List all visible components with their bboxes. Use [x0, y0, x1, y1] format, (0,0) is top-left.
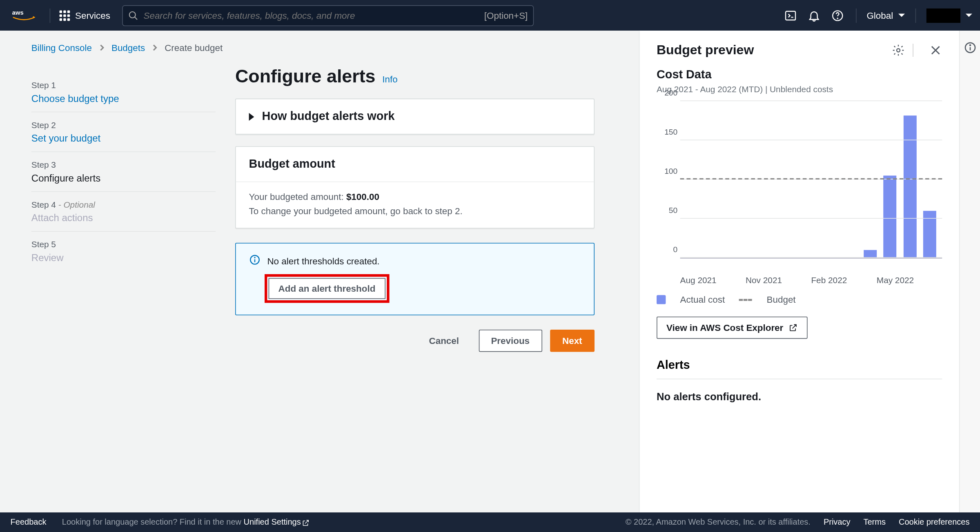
step-3: Step 3 Configure alerts: [31, 152, 216, 192]
chart-legend: Actual cost Budget: [657, 295, 942, 305]
step-4: Step 4 - Optional Attach actions: [31, 192, 216, 232]
step-label: Step 1: [31, 80, 216, 90]
triangle-right-icon: [249, 113, 254, 120]
steps-sidebar: Step 1 Choose budget type Step 2 Set you…: [0, 58, 235, 365]
no-alerts-msg: No alerts configured.: [657, 391, 942, 403]
top-nav: aws Services [Option+S] Global: [0, 0, 980, 31]
expander-toggle[interactable]: How budget alerts work: [236, 99, 594, 134]
caret-down-icon: [898, 14, 905, 17]
services-label: Services: [75, 10, 110, 21]
step-5: Step 5 Review: [31, 232, 216, 271]
cost-data-heading: Cost Data: [657, 68, 942, 82]
step-label: Step 2: [31, 120, 216, 130]
legend-dash-budget: [739, 299, 752, 301]
copyright: © 2022, Amazon Web Services, Inc. or its…: [626, 518, 811, 527]
budget-preview-panel: II Budget preview Cost Data Aug 2021 - A…: [639, 31, 959, 512]
expander-title: How budget alerts work: [262, 110, 395, 124]
card-heading: Budget amount: [236, 147, 594, 182]
search-hint: [Option+S]: [484, 10, 528, 21]
notifications-icon[interactable]: [806, 7, 822, 23]
cloudshell-icon[interactable]: [782, 7, 798, 23]
nav-divider: [915, 8, 916, 22]
search-box[interactable]: [Option+S]: [122, 5, 534, 26]
step-2[interactable]: Step 2 Set your budget: [31, 112, 216, 152]
add-alert-threshold-button[interactable]: Add an alert threshold: [269, 278, 385, 299]
info-link[interactable]: Info: [382, 74, 397, 84]
feedback-link[interactable]: Feedback: [11, 518, 47, 527]
breadcrumb: Billing Console Budgets Create budget: [0, 31, 639, 58]
step-1[interactable]: Step 1 Choose budget type: [31, 73, 216, 113]
cost-data-caption: Aug 2021 - Aug 2022 (MTD) | Unblended co…: [657, 84, 942, 94]
region-selector[interactable]: Global: [866, 10, 905, 21]
aws-logo[interactable]: aws: [12, 8, 37, 22]
legend-swatch-actual: [657, 295, 666, 304]
chevron-right-icon: [98, 42, 105, 53]
help-icon[interactable]: [829, 7, 845, 23]
step-label: Step 3: [31, 160, 216, 170]
cost-chart: 050100150200: [657, 102, 942, 272]
info-icon: [249, 254, 261, 268]
svg-point-1: [129, 11, 135, 18]
page-title: Configure alerts: [235, 66, 376, 87]
footer: Feedback Looking for language selection?…: [0, 512, 980, 532]
search-icon: [128, 10, 138, 21]
footer-lang-hint: Looking for language selection? Find it …: [62, 518, 310, 527]
svg-point-9: [897, 48, 900, 51]
services-menu[interactable]: Services: [57, 10, 113, 21]
chevron-right-icon: [151, 42, 158, 53]
svg-text:aws: aws: [12, 9, 24, 16]
legend-actual: Actual cost: [680, 295, 725, 305]
terms-link[interactable]: Terms: [864, 518, 886, 527]
alerts-heading: Alerts: [657, 358, 942, 379]
svg-point-5: [837, 18, 837, 18]
breadcrumb-current: Create budget: [165, 42, 223, 53]
svg-point-14: [969, 45, 970, 46]
gear-icon[interactable]: [892, 43, 905, 56]
svg-line-2: [134, 17, 137, 19]
account-menu[interactable]: [927, 8, 960, 22]
wizard-buttons: Cancel Previous Next: [235, 330, 595, 352]
preview-title: Budget preview: [657, 42, 884, 58]
info-rail: [959, 31, 980, 512]
legend-budget: Budget: [767, 295, 796, 305]
x-axis-labels: Aug 2021Nov 2021Feb 2022May 2022: [680, 275, 942, 285]
step-title: Review: [31, 252, 216, 263]
main-content: Configure alerts Info How budget alerts …: [235, 58, 621, 365]
next-button[interactable]: Next: [550, 330, 595, 352]
no-thresholds-msg: No alert thresholds created.: [267, 255, 379, 266]
nav-divider: [50, 8, 51, 22]
unified-settings-link[interactable]: Unified Settings: [244, 518, 310, 527]
how-alerts-work-card: How budget alerts work: [235, 99, 595, 135]
view-cost-explorer-button[interactable]: View in AWS Cost Explorer: [657, 317, 808, 339]
search-input[interactable]: [138, 10, 484, 21]
previous-button[interactable]: Previous: [479, 330, 542, 352]
grid-icon: [60, 10, 70, 21]
caret-down-icon: [966, 14, 972, 17]
breadcrumb-budgets[interactable]: Budgets: [111, 42, 145, 53]
step-label: Step 5: [31, 239, 216, 249]
step-title[interactable]: Set your budget: [31, 133, 216, 144]
close-icon[interactable]: [929, 43, 942, 56]
alerts-section: Alerts No alerts configured.: [657, 358, 942, 403]
step-label: Step 4 - Optional: [31, 200, 216, 210]
privacy-link[interactable]: Privacy: [824, 518, 851, 527]
budget-hint: To change your budgeted amount, go back …: [249, 206, 581, 216]
alert-thresholds-panel: No alert thresholds created. Add an aler…: [235, 243, 595, 315]
breadcrumb-billing[interactable]: Billing Console: [31, 42, 92, 53]
cookie-prefs-link[interactable]: Cookie preferences: [899, 518, 969, 527]
budget-amount-line: Your budgeted amount: $100.00: [249, 191, 581, 202]
step-title: Attach actions: [31, 212, 216, 223]
cancel-button[interactable]: Cancel: [417, 330, 471, 351]
budget-amount-card: Budget amount Your budgeted amount: $100…: [235, 146, 595, 228]
external-link-icon: [788, 323, 797, 332]
step-title: Configure alerts: [31, 172, 216, 183]
svg-point-8: [254, 257, 255, 258]
step-title[interactable]: Choose budget type: [31, 93, 216, 104]
info-icon[interactable]: [963, 41, 976, 54]
nav-divider: [855, 8, 856, 22]
region-label: Global: [866, 10, 893, 21]
